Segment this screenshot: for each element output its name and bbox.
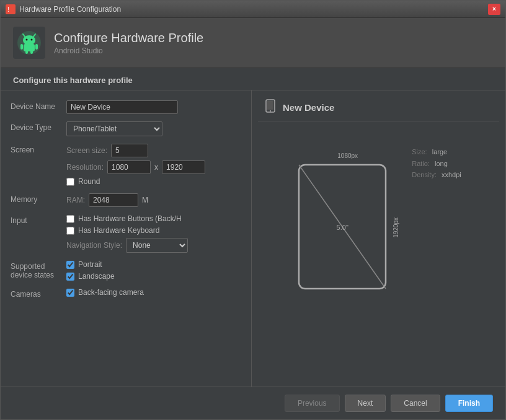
portrait-label[interactable]: Portrait xyxy=(78,260,102,269)
landscape-row: Landscape xyxy=(66,272,241,281)
back-camera-label[interactable]: Back-facing camera xyxy=(78,288,144,297)
hw-keyboard-checkbox[interactable] xyxy=(66,227,74,235)
svg-point-15 xyxy=(270,110,271,112)
dim-top-label: 1080px xyxy=(337,152,358,159)
nav-style-label: Navigation Style: xyxy=(66,241,122,250)
screen-row: Screen Screen size: Resolution: x Ro xyxy=(1,140,251,190)
device-preview-name: New Device xyxy=(283,102,334,113)
back-camera-checkbox[interactable] xyxy=(66,289,74,297)
resolution-label: Resolution: xyxy=(66,163,104,172)
device-name-input[interactable] xyxy=(66,100,178,114)
round-label[interactable]: Round xyxy=(78,177,100,186)
svg-rect-11 xyxy=(25,50,28,54)
supported-states-controls: Portrait Landscape xyxy=(66,260,241,281)
back-camera-row: Back-facing camera xyxy=(66,288,241,297)
resolution-row: Resolution: x xyxy=(66,160,241,174)
device-type-row: Device Type Phone/Tablet Wear OS Android… xyxy=(1,118,251,140)
resolution-x: x xyxy=(154,163,158,172)
ram-row: RAM: M xyxy=(66,193,241,207)
title-bar: ! Hardware Profile Configuration × xyxy=(1,1,505,18)
dim-right-label: 1920px xyxy=(393,217,399,238)
ratio-spec-label: Ratio: xyxy=(412,158,430,170)
density-spec-value: xxhdpi xyxy=(442,169,461,181)
close-button[interactable]: × xyxy=(488,4,500,15)
hw-buttons-row: Has Hardware Buttons (Back/H xyxy=(66,214,241,223)
screen-size-label: Screen size: xyxy=(66,146,107,155)
main-window: ! Hardware Profile Configuration × xyxy=(0,0,506,420)
device-preview-icon xyxy=(264,99,278,116)
hw-buttons-label[interactable]: Has Hardware Buttons (Back/H xyxy=(78,214,182,223)
portrait-row: Portrait xyxy=(66,260,241,269)
right-panel: New Device 1080px xyxy=(252,90,505,387)
window-title: Hardware Profile Configuration xyxy=(19,5,488,14)
device-name-row: Device Name xyxy=(1,97,251,118)
device-name-controls xyxy=(66,100,241,114)
svg-rect-14 xyxy=(267,101,273,110)
resolution-height-input[interactable] xyxy=(162,160,205,174)
header-text: Configure Hardware Profile Android Studi… xyxy=(54,31,203,55)
svg-rect-10 xyxy=(35,44,38,50)
app-icon: ! xyxy=(6,4,16,14)
dim-center-label: 5.0" xyxy=(337,223,348,230)
memory-controls: RAM: M xyxy=(66,193,241,207)
resolution-width-input[interactable] xyxy=(107,160,151,174)
left-panel: Device Name Device Type Phone/Tablet Wea… xyxy=(1,90,252,387)
next-button[interactable]: Next xyxy=(345,395,386,412)
device-type-label: Device Type xyxy=(11,121,66,132)
portrait-checkbox[interactable] xyxy=(66,261,74,269)
ratio-spec-row: Ratio: long xyxy=(412,158,461,170)
header-subtitle: Android Studio xyxy=(54,46,203,55)
density-spec-row: Density: xxhdpi xyxy=(412,169,461,181)
device-type-select[interactable]: Phone/Tablet Wear OS Android TV Automoti… xyxy=(66,121,162,136)
cancel-button[interactable]: Cancel xyxy=(391,395,440,412)
supported-states-row: Supported device states Portrait Landsca… xyxy=(1,256,251,284)
screen-size-input[interactable] xyxy=(111,144,148,157)
screen-size-row: Screen size: xyxy=(66,144,241,157)
cameras-controls: Back-facing camera xyxy=(66,288,241,297)
input-row: Input Has Hardware Buttons (Back/H Has H… xyxy=(1,211,251,256)
device-name-label: Device Name xyxy=(11,100,66,111)
size-spec-row: Size: large xyxy=(412,146,461,158)
ratio-spec-value: long xyxy=(435,158,448,170)
svg-point-7 xyxy=(31,39,33,41)
hw-keyboard-label[interactable]: Has Hardware Keyboard xyxy=(78,226,159,235)
screen-label: Screen xyxy=(11,144,66,154)
previous-button[interactable]: Previous xyxy=(285,395,340,412)
ram-unit: M xyxy=(142,196,148,204)
round-row: Round xyxy=(66,177,241,186)
svg-point-6 xyxy=(26,39,28,41)
section-title: Configure this hardware profile xyxy=(1,68,505,90)
cameras-row: Cameras Back-facing camera xyxy=(1,284,251,303)
bottom-bar: Previous Next Cancel Finish xyxy=(1,387,505,419)
hw-buttons-checkbox[interactable] xyxy=(66,215,74,223)
supported-states-label: Supported device states xyxy=(11,260,66,279)
hw-keyboard-row: Has Hardware Keyboard xyxy=(66,226,241,235)
density-spec-label: Density: xyxy=(412,169,437,181)
memory-row: Memory RAM: M xyxy=(1,190,251,211)
main-area: Device Name Device Type Phone/Tablet Wea… xyxy=(1,90,505,387)
round-checkbox[interactable] xyxy=(66,178,74,186)
screen-controls: Screen size: Resolution: x Round xyxy=(66,144,241,186)
svg-rect-9 xyxy=(20,44,23,50)
svg-rect-8 xyxy=(24,44,35,51)
input-label: Input xyxy=(11,214,66,225)
ram-label: RAM: xyxy=(66,196,85,204)
finish-button[interactable]: Finish xyxy=(445,395,493,412)
size-spec-value: large xyxy=(432,146,447,158)
device-diagram: 1080px 5.0" xyxy=(296,152,399,294)
nav-style-select[interactable]: None D-pad Trackball Wheel xyxy=(126,238,188,253)
cameras-label: Cameras xyxy=(11,288,66,299)
memory-label: Memory xyxy=(11,193,66,204)
header: Configure Hardware Profile Android Studi… xyxy=(1,18,505,68)
svg-text:!: ! xyxy=(7,6,9,13)
android-logo xyxy=(13,27,45,59)
ram-input[interactable] xyxy=(89,193,138,207)
device-type-controls: Phone/Tablet Wear OS Android TV Automoti… xyxy=(66,121,241,136)
input-controls: Has Hardware Buttons (Back/H Has Hardwar… xyxy=(66,214,241,253)
landscape-label[interactable]: Landscape xyxy=(78,272,115,281)
landscape-checkbox[interactable] xyxy=(66,273,74,281)
header-title: Configure Hardware Profile xyxy=(54,31,203,45)
device-specs: Size: large Ratio: long Density: xxhdpi xyxy=(412,146,461,181)
size-spec-label: Size: xyxy=(412,146,427,158)
svg-rect-12 xyxy=(30,50,33,54)
